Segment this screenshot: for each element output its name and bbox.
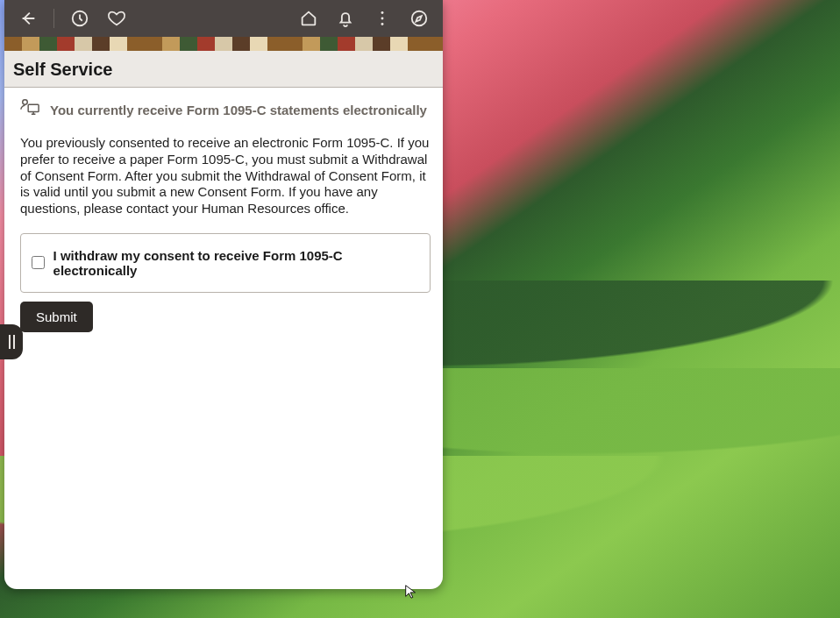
side-panel-handle[interactable] — [0, 324, 23, 359]
page-title: Self Service — [13, 60, 434, 80]
handle-icon — [9, 335, 15, 349]
menu-button[interactable] — [366, 2, 399, 35]
svg-rect-6 — [28, 104, 39, 111]
submit-button[interactable]: Submit — [20, 302, 93, 332]
body-copy: You previously consented to receive an e… — [4, 126, 443, 223]
home-button[interactable] — [292, 2, 325, 35]
toolbar-separator — [53, 9, 54, 28]
status-row: You currently receive Form 1095-C statem… — [4, 88, 443, 126]
favorite-button[interactable] — [100, 2, 133, 35]
app-window: Self Service You currently receive Form … — [4, 0, 443, 589]
svg-point-1 — [381, 11, 384, 14]
svg-point-3 — [381, 23, 384, 25]
history-button[interactable] — [63, 2, 96, 35]
page-title-bar: Self Service — [4, 51, 443, 88]
submit-row: Submit — [4, 293, 443, 332]
toolbar — [4, 0, 443, 37]
svg-point-2 — [381, 18, 384, 20]
decorative-pattern-strip — [4, 37, 443, 51]
explore-button[interactable] — [402, 2, 436, 35]
svg-point-5 — [23, 100, 28, 105]
consent-box: I withdraw my consent to receive Form 10… — [20, 233, 431, 293]
person-monitor-icon — [18, 98, 41, 121]
withdraw-consent-label[interactable]: I withdraw my consent to receive Form 10… — [53, 248, 419, 278]
notifications-button[interactable] — [329, 2, 362, 35]
withdraw-consent-checkbox[interactable] — [32, 256, 45, 269]
back-button[interactable] — [11, 2, 45, 35]
svg-point-4 — [412, 11, 427, 26]
status-heading: You currently receive Form 1095-C statem… — [50, 103, 427, 117]
